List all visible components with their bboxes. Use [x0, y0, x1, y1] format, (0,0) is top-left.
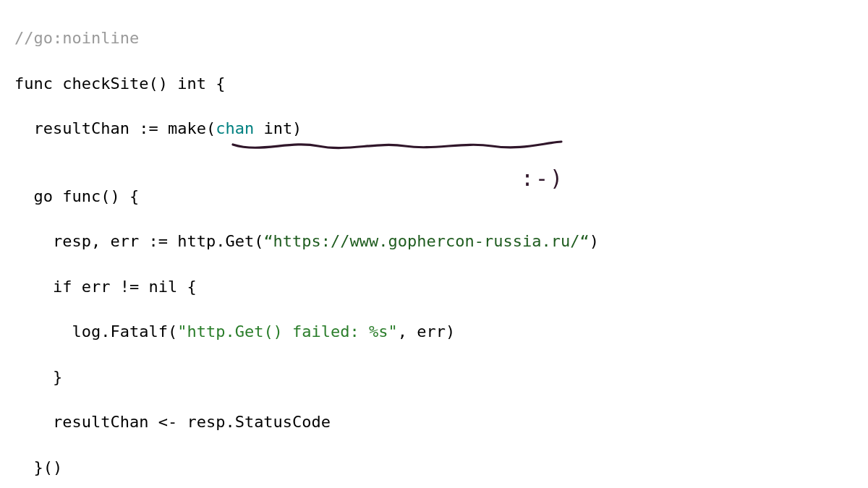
string-literal: "http.Get() failed: %s" [177, 322, 398, 341]
kw-type: int [177, 74, 206, 93]
code-text: ) [590, 232, 599, 250]
kw-func: func [62, 187, 101, 205]
code-text: () { [101, 187, 139, 205]
code-text: int) [254, 119, 302, 137]
kw-func: func [14, 74, 53, 93]
code-text: log.Fatalf( [14, 322, 177, 341]
code-text: }() [14, 456, 868, 479]
code-text: , err) [398, 322, 455, 341]
code-block: //go:noinline func checkSite() int { res… [0, 0, 868, 488]
code-text: { [177, 278, 197, 296]
code-text: resultChan <- resp.StatusCode [14, 411, 868, 433]
code-text: resp, err := http.Get( [14, 232, 263, 250]
string-url: “https://www.gophercon-russia.ru/“ [263, 232, 589, 250]
squiggle-underline-icon [231, 139, 564, 156]
code-text: if err != [14, 278, 148, 296]
comment: //go:noinline [14, 29, 139, 47]
code-text: } [14, 366, 868, 388]
code-text: checkSite() [53, 74, 177, 93]
code-text: go [14, 187, 62, 205]
code-text: resultChan := make( [14, 119, 216, 137]
kw-nil: nil [148, 278, 177, 296]
code-text: { [206, 74, 226, 93]
kw-chan: chan [216, 119, 254, 137]
